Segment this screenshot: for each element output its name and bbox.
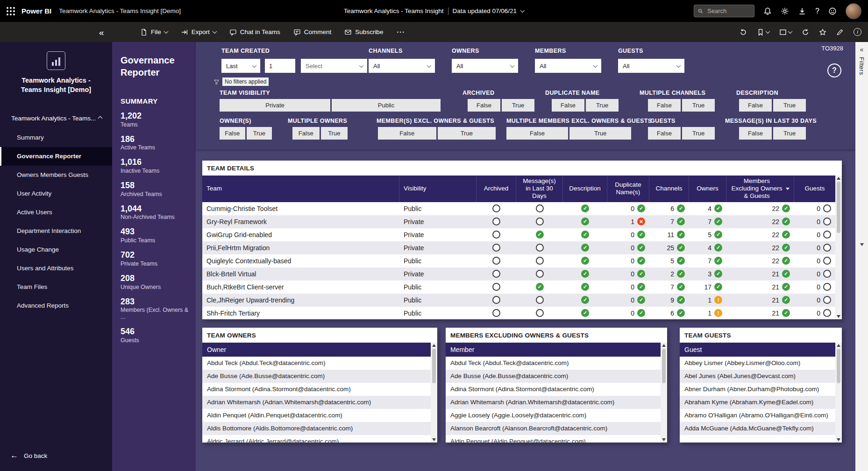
true-button[interactable]: True (321, 127, 348, 140)
clear-filter-icon[interactable] (213, 79, 220, 85)
true-button[interactable]: True (773, 99, 806, 112)
false-button[interactable]: False (378, 127, 436, 140)
visibility-public-button[interactable]: Public (332, 99, 441, 112)
scroll-down-icon[interactable] (837, 438, 840, 441)
table-row[interactable]: Shh-Fritch Tertiary Public 0 6 1 21 0 (202, 307, 835, 319)
true-button[interactable]: True (438, 127, 496, 140)
true-button[interactable]: True (502, 99, 534, 112)
list-item[interactable]: Abel Junes (Abel.Junes@Devcast.com) (680, 370, 835, 383)
report-title-bar[interactable]: Teamwork Analytics - Teams Insight Data … (344, 7, 524, 15)
filters-pane-collapsed[interactable]: Filters (855, 42, 868, 471)
scroll-down-icon[interactable] (837, 315, 840, 318)
chat-in-teams-button[interactable]: Chat in Teams (229, 28, 280, 36)
vertical-scrollbar[interactable] (661, 343, 667, 443)
col-visibility[interactable]: Visibility (399, 176, 477, 202)
file-menu[interactable]: File (140, 28, 168, 36)
user-avatar[interactable] (846, 3, 861, 19)
scrollbar-thumb[interactable] (662, 349, 666, 383)
list-item[interactable]: Abdul Teck (Abdul.Teck@datacentric.com) (446, 357, 661, 370)
scrollbar-thumb[interactable] (837, 182, 840, 233)
view-menu[interactable] (779, 28, 792, 36)
true-button[interactable]: True (247, 127, 272, 140)
team-created-range-dropdown[interactable]: Last (221, 59, 260, 73)
chevron-down-icon[interactable] (520, 8, 525, 13)
list-item[interactable]: Abramo O'Halligan (Abramo.O'Halligan@Ein… (680, 409, 835, 422)
col-messages[interactable]: Message(s) in Last 30 Days (516, 176, 563, 202)
list-item[interactable]: Abdul Teck (Abdul.Teck@datacentric.com) (202, 357, 431, 370)
team-created-unit-dropdown[interactable]: Select (301, 59, 367, 73)
search-input[interactable] (706, 7, 750, 15)
expand-filters-icon[interactable] (860, 46, 864, 53)
scroll-down-icon[interactable] (860, 243, 864, 246)
false-button[interactable]: False (739, 99, 772, 112)
vertical-scrollbar[interactable] (835, 343, 842, 443)
bookmarks-menu[interactable] (757, 28, 769, 36)
sidebar-nav-item[interactable]: User Activity (0, 184, 112, 203)
scroll-down-icon[interactable] (432, 438, 436, 441)
col-description[interactable]: Description (563, 176, 607, 202)
false-button[interactable]: False (468, 99, 500, 112)
collapse-nav-icon[interactable] (99, 28, 104, 36)
table-row[interactable]: Blck-Brtell Virtual Private 0 2 3 21 0 (202, 267, 835, 281)
col-channels[interactable]: Channels (649, 176, 689, 202)
table-row[interactable]: Cummig-Christie Toolset Public 0 6 4 22 … (202, 202, 835, 215)
vertical-scrollbar[interactable] (431, 343, 437, 443)
false-button[interactable]: False (648, 99, 681, 112)
false-button[interactable]: False (292, 127, 320, 140)
table-row[interactable]: Buch,RtkeBrt Client-server Public 0 7 17… (202, 281, 835, 294)
list-item[interactable]: Aldin Penquet (Aldin.Penquet@datacentric… (446, 435, 661, 443)
dropdown-filter-select[interactable]: All (618, 59, 684, 73)
col-archived[interactable]: Archived (477, 176, 516, 202)
list-item[interactable]: Adrian Whitemarsh (Adrian.Whitemarsh@dat… (202, 396, 431, 409)
sidebar-nav-item[interactable]: Usage Change (0, 240, 112, 259)
members-column-header[interactable]: Member (446, 343, 661, 357)
dropdown-filter-select[interactable]: All (369, 59, 435, 73)
sidebar-nav-item[interactable]: Governance Reporter (0, 147, 112, 166)
sidebar-nav-item[interactable]: Users and Attributes (0, 259, 112, 278)
team-created-value-input[interactable] (265, 59, 295, 73)
list-item[interactable]: Abner Durham (Abner.Durham@Photobug.com) (680, 383, 835, 396)
false-button[interactable]: False (506, 127, 568, 140)
owners-column-header[interactable]: Owner (202, 343, 431, 357)
list-item[interactable]: Aggie Loosely (Aggie.Loosely@datacentric… (446, 409, 661, 422)
refresh-icon[interactable] (802, 28, 809, 36)
true-button[interactable]: True (773, 127, 806, 140)
list-item[interactable]: Aldis Bottomore (Aldis.Bottomore@datacen… (202, 422, 431, 435)
list-item[interactable]: Adina Stormont (Adina.Stormont@datacentr… (446, 383, 661, 396)
list-item[interactable]: Alanson Bearcroft (Alanson.Bearcroft@dat… (446, 422, 661, 435)
edit-pencil-icon[interactable] (836, 28, 844, 36)
sidebar-nav-item[interactable]: Team Files (0, 278, 112, 296)
col-guests[interactable]: Guests (794, 176, 835, 202)
waffle-menu-icon[interactable] (7, 7, 15, 15)
favorite-star-icon[interactable] (819, 28, 826, 36)
table-row[interactable]: Cle,JhReiger Upward-trending Public 0 9 … (202, 294, 835, 307)
go-back-button[interactable]: Go back (0, 448, 112, 464)
col-members-excluding[interactable]: Members Excluding Owners & Guests (726, 176, 794, 202)
nav-group-header[interactable]: Teamwork Analytics - Teams... (0, 112, 112, 126)
table-row[interactable]: GwiGrup Grid-enabled Private 0 11 5 22 0 (202, 228, 835, 241)
sidebar-nav-item[interactable]: Owners Members Guests (0, 166, 112, 184)
search-box[interactable] (694, 5, 754, 17)
powerbi-brand[interactable]: Power BI (21, 7, 51, 15)
export-menu[interactable]: Export (181, 28, 216, 36)
false-button[interactable]: False (739, 127, 772, 140)
col-team[interactable]: Team (202, 176, 399, 202)
guests-column-header[interactable]: Guest (680, 343, 835, 357)
list-item[interactable]: Abraham Kyme (Abraham.Kyme@Eadel.com) (680, 396, 835, 409)
false-button[interactable]: False (220, 127, 245, 140)
true-button[interactable]: True (682, 99, 715, 112)
col-duplicate-names[interactable]: Duplicate Name(s) (607, 176, 649, 202)
scroll-down-icon[interactable] (662, 438, 666, 441)
list-item[interactable]: Adina Stormont (Adina.Stormont@datacentr… (202, 383, 431, 396)
notifications-bell-icon[interactable] (763, 7, 772, 15)
list-item[interactable]: Ade Busse (Ade.Busse@datacentric.com) (446, 370, 661, 383)
settings-gear-icon[interactable] (781, 7, 789, 15)
info-icon[interactable] (854, 28, 861, 36)
true-button[interactable]: True (682, 127, 715, 140)
list-item[interactable]: Adrian Whitemarsh (Adrian.Whitemarsh@dat… (446, 396, 661, 409)
false-button[interactable]: False (648, 127, 681, 140)
scrollbar-th umb[interactable] (432, 349, 436, 383)
list-item[interactable]: Abbey Lismer (Abbey.Lismer@Oloo.com) (680, 357, 835, 370)
subscribe-button[interactable]: Subscribe (344, 28, 383, 36)
feedback-smiley-icon[interactable] (828, 7, 837, 15)
